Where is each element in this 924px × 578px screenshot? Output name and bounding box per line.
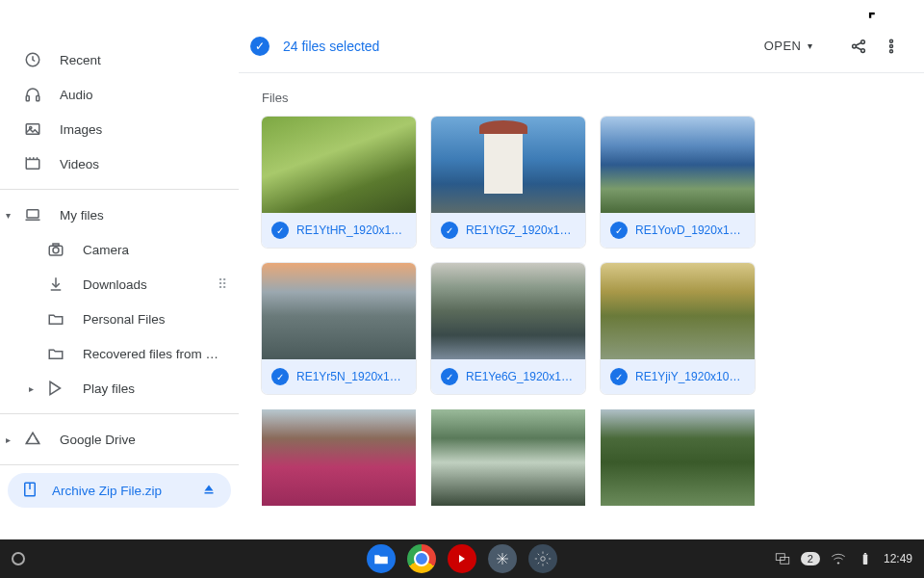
sidebar-item-playfiles[interactable]: ▸ Play files — [0, 371, 239, 406]
check-icon[interactable]: ✓ — [271, 368, 289, 385]
file-card[interactable]: ✓RE1Yr5N_1920x1080_0005.jpg — [262, 263, 416, 394]
check-icon[interactable]: ✓ — [610, 368, 628, 385]
sidebar-label: Recovered files from … — [83, 347, 218, 361]
dock-settings-icon[interactable] — [528, 544, 557, 573]
sidebar-label: Personal Files — [83, 312, 166, 327]
zip-icon — [21, 481, 38, 501]
folder-icon — [46, 309, 65, 328]
check-icon[interactable]: ✓ — [271, 222, 289, 239]
share-icon[interactable] — [849, 37, 868, 56]
thumbnail — [601, 263, 755, 359]
dock-app-icon[interactable] — [488, 544, 517, 573]
sidebar-item-downloads[interactable]: Downloads — [0, 267, 239, 302]
file-card[interactable] — [431, 409, 585, 506]
selection-count: 24 files selected — [283, 39, 379, 54]
svg-point-36 — [541, 557, 546, 562]
dock-chrome-icon[interactable] — [407, 544, 436, 573]
file-card[interactable]: ✓RE1YjiY_1920x1080_0007.jpg — [601, 263, 755, 394]
sidebar-label: Videos — [60, 157, 99, 171]
play-store-icon — [46, 379, 65, 398]
svg-rect-41 — [864, 553, 866, 555]
svg-rect-40 — [863, 555, 868, 565]
sidebar-label: My files — [60, 208, 104, 223]
notification-badge[interactable]: 2 — [801, 552, 820, 565]
sidebar-label: Archive Zip File.zip — [52, 484, 162, 498]
eject-icon[interactable] — [200, 481, 218, 501]
selection-check-icon[interactable]: ✓ — [250, 37, 270, 56]
sidebar-item-images[interactable]: Images — [0, 112, 239, 146]
chevron-right-icon[interactable]: ▸ — [29, 383, 34, 394]
thumbnail — [431, 117, 585, 213]
content-area: Files ✓RE1YtHR_1920x1080_0002.jpg ✓RE1Yt… — [239, 73, 924, 539]
check-icon[interactable]: ✓ — [441, 368, 458, 385]
window-maximize-icon[interactable] — [866, 10, 880, 23]
svg-line-27 — [856, 42, 861, 45]
file-card[interactable] — [601, 409, 755, 506]
battery-icon[interactable] — [857, 550, 874, 567]
sidebar-item-recent[interactable]: Recent — [0, 42, 239, 77]
separator — [0, 464, 239, 465]
download-icon — [46, 275, 65, 294]
chevron-down-icon[interactable]: ▾ — [6, 210, 11, 221]
sidebar-item-myfiles[interactable]: ▾ My files — [0, 197, 239, 232]
check-icon[interactable]: ✓ — [441, 222, 458, 239]
window-minimize-icon[interactable] — [835, 10, 849, 23]
file-card[interactable]: ✓RE1YtGZ_1920x1080_0003.jpg — [431, 117, 585, 248]
thumbnail — [601, 409, 755, 506]
svg-line-3 — [901, 13, 908, 20]
file-name: RE1YjiY_1920x1080_0007.jpg — [635, 370, 745, 383]
sidebar-label: Camera — [83, 243, 129, 257]
sidebar-label: Images — [60, 122, 102, 137]
thumbnail — [601, 117, 755, 213]
window-close-icon[interactable] — [897, 10, 911, 23]
file-name: RE1Yr5N_1920x1080_0005.jpg — [296, 370, 406, 383]
sidebar-item-audio[interactable]: Audio — [0, 77, 239, 112]
headphones-icon — [23, 85, 42, 104]
video-icon — [23, 154, 42, 173]
wifi-icon[interactable] — [830, 550, 847, 567]
thumbnail — [262, 117, 416, 213]
launcher-button[interactable] — [12, 552, 25, 565]
check-icon[interactable]: ✓ — [610, 222, 628, 239]
open-label: OPEN — [764, 39, 802, 53]
svg-rect-23 — [205, 492, 214, 494]
sidebar-item-gdrive[interactable]: ▸ Google Drive — [0, 422, 239, 457]
dock-files-icon[interactable] — [367, 544, 396, 573]
file-grid: ✓RE1YtHR_1920x1080_0002.jpg ✓RE1YtGZ_192… — [262, 117, 901, 506]
google-drive-icon — [23, 430, 42, 449]
folder-icon — [46, 344, 65, 363]
tray-overview-icon[interactable] — [774, 550, 791, 567]
sidebar-item-videos[interactable]: Videos — [0, 146, 239, 181]
more-icon[interactable] — [882, 37, 901, 56]
thumbnail — [262, 263, 416, 359]
thumbnail — [431, 409, 585, 506]
sidebar-item-camera[interactable]: Camera — [0, 232, 239, 267]
file-name: RE1YovD_1920x1080_0004.jpg — [635, 223, 745, 237]
sidebar: Recent Audio Images Videos ▾ My files Ca… — [0, 0, 239, 539]
file-card[interactable]: ✓RE1YovD_1920x1080_0004.jpg — [601, 117, 755, 248]
svg-rect-2 — [871, 14, 877, 20]
drag-handle-icon[interactable]: ⠿ — [218, 282, 229, 286]
separator — [0, 413, 239, 414]
svg-point-31 — [890, 49, 893, 52]
svg-point-18 — [53, 248, 59, 253]
svg-line-4 — [901, 13, 908, 20]
file-card[interactable]: ✓RE1Ye6G_1920x1080_0006.jpg — [431, 263, 585, 394]
sidebar-item-personal[interactable]: Personal Files — [0, 302, 239, 336]
file-card[interactable]: ✓RE1YtHR_1920x1080_0002.jpg — [262, 117, 416, 248]
file-card[interactable] — [262, 409, 416, 506]
svg-rect-7 — [37, 96, 39, 101]
chevron-right-icon[interactable]: ▸ — [6, 434, 11, 445]
svg-point-39 — [837, 563, 839, 565]
dock-youtube-icon[interactable] — [448, 544, 476, 573]
chevron-down-icon: ▾ — [808, 40, 813, 51]
sidebar-label: Play files — [83, 381, 135, 396]
sidebar-label: Recent — [60, 53, 101, 67]
svg-line-28 — [856, 46, 861, 49]
open-button[interactable]: OPEN ▾ — [764, 39, 812, 53]
clock[interactable]: 12:49 — [884, 552, 912, 565]
sidebar-item-recovered[interactable]: Recovered files from … — [0, 336, 239, 371]
sidebar-label: Audio — [60, 88, 93, 102]
sidebar-item-archive[interactable]: Archive Zip File.zip — [8, 473, 231, 508]
image-icon — [23, 119, 42, 139]
